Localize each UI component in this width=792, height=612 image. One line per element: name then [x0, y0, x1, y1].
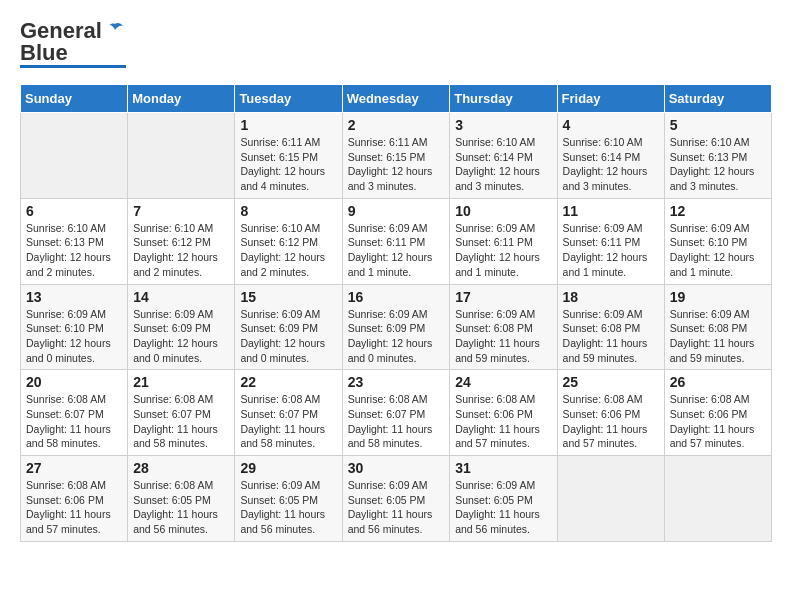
day-info: Sunrise: 6:08 AM Sunset: 6:07 PM Dayligh… [348, 392, 445, 451]
calendar-day-2: 2Sunrise: 6:11 AM Sunset: 6:15 PM Daylig… [342, 113, 450, 199]
day-info: Sunrise: 6:10 AM Sunset: 6:13 PM Dayligh… [26, 221, 122, 280]
day-number: 21 [133, 374, 229, 390]
day-info: Sunrise: 6:09 AM Sunset: 6:09 PM Dayligh… [133, 307, 229, 366]
calendar-day-16: 16Sunrise: 6:09 AM Sunset: 6:09 PM Dayli… [342, 284, 450, 370]
day-number: 27 [26, 460, 122, 476]
day-number: 19 [670, 289, 766, 305]
calendar-day-10: 10Sunrise: 6:09 AM Sunset: 6:11 PM Dayli… [450, 198, 557, 284]
calendar-week-5: 27Sunrise: 6:08 AM Sunset: 6:06 PM Dayli… [21, 456, 772, 542]
day-info: Sunrise: 6:08 AM Sunset: 6:07 PM Dayligh… [240, 392, 336, 451]
day-info: Sunrise: 6:09 AM Sunset: 6:10 PM Dayligh… [670, 221, 766, 280]
calendar-day-14: 14Sunrise: 6:09 AM Sunset: 6:09 PM Dayli… [128, 284, 235, 370]
day-number: 11 [563, 203, 659, 219]
day-info: Sunrise: 6:09 AM Sunset: 6:10 PM Dayligh… [26, 307, 122, 366]
day-number: 30 [348, 460, 445, 476]
day-number: 28 [133, 460, 229, 476]
calendar-day-30: 30Sunrise: 6:09 AM Sunset: 6:05 PM Dayli… [342, 456, 450, 542]
calendar-day-31: 31Sunrise: 6:09 AM Sunset: 6:05 PM Dayli… [450, 456, 557, 542]
calendar-day-29: 29Sunrise: 6:09 AM Sunset: 6:05 PM Dayli… [235, 456, 342, 542]
day-number: 7 [133, 203, 229, 219]
day-info: Sunrise: 6:08 AM Sunset: 6:07 PM Dayligh… [26, 392, 122, 451]
calendar-day-1: 1Sunrise: 6:11 AM Sunset: 6:15 PM Daylig… [235, 113, 342, 199]
day-info: Sunrise: 6:10 AM Sunset: 6:13 PM Dayligh… [670, 135, 766, 194]
day-number: 22 [240, 374, 336, 390]
day-info: Sunrise: 6:08 AM Sunset: 6:06 PM Dayligh… [670, 392, 766, 451]
day-number: 26 [670, 374, 766, 390]
day-info: Sunrise: 6:08 AM Sunset: 6:07 PM Dayligh… [133, 392, 229, 451]
calendar-day-22: 22Sunrise: 6:08 AM Sunset: 6:07 PM Dayli… [235, 370, 342, 456]
calendar-day-8: 8Sunrise: 6:10 AM Sunset: 6:12 PM Daylig… [235, 198, 342, 284]
day-number: 4 [563, 117, 659, 133]
calendar-header-monday: Monday [128, 85, 235, 113]
calendar-week-1: 1Sunrise: 6:11 AM Sunset: 6:15 PM Daylig… [21, 113, 772, 199]
day-number: 6 [26, 203, 122, 219]
logo-blue: Blue [20, 42, 68, 64]
day-info: Sunrise: 6:11 AM Sunset: 6:15 PM Dayligh… [348, 135, 445, 194]
calendar-day-11: 11Sunrise: 6:09 AM Sunset: 6:11 PM Dayli… [557, 198, 664, 284]
calendar-day-17: 17Sunrise: 6:09 AM Sunset: 6:08 PM Dayli… [450, 284, 557, 370]
day-number: 5 [670, 117, 766, 133]
day-number: 29 [240, 460, 336, 476]
day-info: Sunrise: 6:09 AM Sunset: 6:11 PM Dayligh… [348, 221, 445, 280]
day-number: 23 [348, 374, 445, 390]
day-info: Sunrise: 6:09 AM Sunset: 6:05 PM Dayligh… [348, 478, 445, 537]
calendar-day-9: 9Sunrise: 6:09 AM Sunset: 6:11 PM Daylig… [342, 198, 450, 284]
calendar-header-row: SundayMondayTuesdayWednesdayThursdayFrid… [21, 85, 772, 113]
calendar-week-3: 13Sunrise: 6:09 AM Sunset: 6:10 PM Dayli… [21, 284, 772, 370]
day-info: Sunrise: 6:09 AM Sunset: 6:09 PM Dayligh… [240, 307, 336, 366]
day-number: 15 [240, 289, 336, 305]
calendar-table: SundayMondayTuesdayWednesdayThursdayFrid… [20, 84, 772, 542]
day-number: 10 [455, 203, 551, 219]
day-info: Sunrise: 6:09 AM Sunset: 6:08 PM Dayligh… [563, 307, 659, 366]
logo-bird-icon [104, 20, 126, 42]
logo-underline [20, 65, 126, 68]
calendar-day-15: 15Sunrise: 6:09 AM Sunset: 6:09 PM Dayli… [235, 284, 342, 370]
calendar-header-saturday: Saturday [664, 85, 771, 113]
day-number: 25 [563, 374, 659, 390]
day-info: Sunrise: 6:08 AM Sunset: 6:06 PM Dayligh… [563, 392, 659, 451]
calendar-day-21: 21Sunrise: 6:08 AM Sunset: 6:07 PM Dayli… [128, 370, 235, 456]
day-info: Sunrise: 6:08 AM Sunset: 6:05 PM Dayligh… [133, 478, 229, 537]
calendar-day-13: 13Sunrise: 6:09 AM Sunset: 6:10 PM Dayli… [21, 284, 128, 370]
calendar-day-27: 27Sunrise: 6:08 AM Sunset: 6:06 PM Dayli… [21, 456, 128, 542]
day-info: Sunrise: 6:09 AM Sunset: 6:05 PM Dayligh… [455, 478, 551, 537]
day-info: Sunrise: 6:10 AM Sunset: 6:12 PM Dayligh… [133, 221, 229, 280]
calendar-day-20: 20Sunrise: 6:08 AM Sunset: 6:07 PM Dayli… [21, 370, 128, 456]
calendar-day-5: 5Sunrise: 6:10 AM Sunset: 6:13 PM Daylig… [664, 113, 771, 199]
calendar-day-26: 26Sunrise: 6:08 AM Sunset: 6:06 PM Dayli… [664, 370, 771, 456]
calendar-header-friday: Friday [557, 85, 664, 113]
day-info: Sunrise: 6:10 AM Sunset: 6:12 PM Dayligh… [240, 221, 336, 280]
calendar-day-3: 3Sunrise: 6:10 AM Sunset: 6:14 PM Daylig… [450, 113, 557, 199]
calendar-week-2: 6Sunrise: 6:10 AM Sunset: 6:13 PM Daylig… [21, 198, 772, 284]
calendar-header-tuesday: Tuesday [235, 85, 342, 113]
calendar-day-6: 6Sunrise: 6:10 AM Sunset: 6:13 PM Daylig… [21, 198, 128, 284]
calendar-empty-cell [664, 456, 771, 542]
calendar-day-18: 18Sunrise: 6:09 AM Sunset: 6:08 PM Dayli… [557, 284, 664, 370]
logo: General Blue [20, 20, 126, 68]
day-number: 17 [455, 289, 551, 305]
calendar-day-12: 12Sunrise: 6:09 AM Sunset: 6:10 PM Dayli… [664, 198, 771, 284]
day-info: Sunrise: 6:11 AM Sunset: 6:15 PM Dayligh… [240, 135, 336, 194]
day-info: Sunrise: 6:08 AM Sunset: 6:06 PM Dayligh… [26, 478, 122, 537]
day-number: 2 [348, 117, 445, 133]
day-info: Sunrise: 6:09 AM Sunset: 6:11 PM Dayligh… [455, 221, 551, 280]
calendar-week-4: 20Sunrise: 6:08 AM Sunset: 6:07 PM Dayli… [21, 370, 772, 456]
day-info: Sunrise: 6:09 AM Sunset: 6:08 PM Dayligh… [455, 307, 551, 366]
day-info: Sunrise: 6:09 AM Sunset: 6:11 PM Dayligh… [563, 221, 659, 280]
day-info: Sunrise: 6:10 AM Sunset: 6:14 PM Dayligh… [455, 135, 551, 194]
day-number: 1 [240, 117, 336, 133]
day-number: 24 [455, 374, 551, 390]
calendar-day-28: 28Sunrise: 6:08 AM Sunset: 6:05 PM Dayli… [128, 456, 235, 542]
calendar-day-24: 24Sunrise: 6:08 AM Sunset: 6:06 PM Dayli… [450, 370, 557, 456]
day-number: 9 [348, 203, 445, 219]
page-header: General Blue [20, 20, 772, 68]
day-number: 20 [26, 374, 122, 390]
day-info: Sunrise: 6:10 AM Sunset: 6:14 PM Dayligh… [563, 135, 659, 194]
day-number: 8 [240, 203, 336, 219]
calendar-empty-cell [557, 456, 664, 542]
calendar-day-19: 19Sunrise: 6:09 AM Sunset: 6:08 PM Dayli… [664, 284, 771, 370]
day-number: 3 [455, 117, 551, 133]
day-info: Sunrise: 6:09 AM Sunset: 6:05 PM Dayligh… [240, 478, 336, 537]
day-info: Sunrise: 6:09 AM Sunset: 6:08 PM Dayligh… [670, 307, 766, 366]
calendar-empty-cell [21, 113, 128, 199]
